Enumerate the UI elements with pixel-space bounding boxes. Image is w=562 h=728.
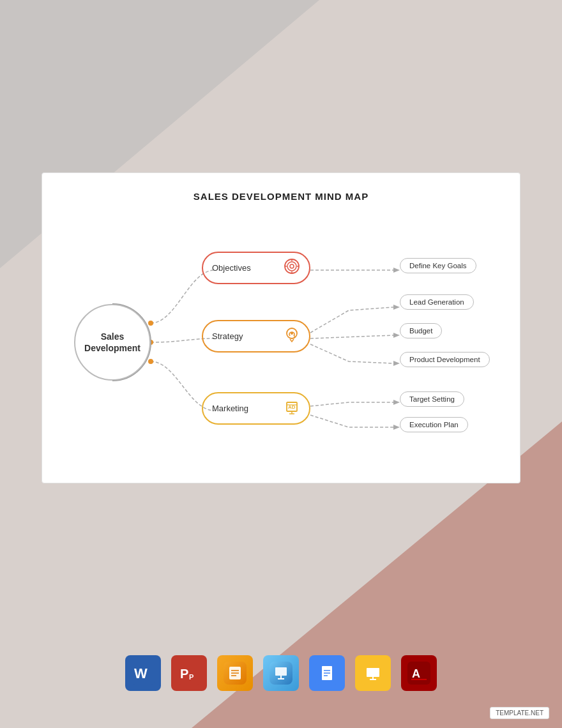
svg-marker-7	[393, 400, 400, 405]
svg-text:A: A	[412, 667, 420, 680]
svg-text:W: W	[134, 665, 148, 681]
leaf-lead-generation: Lead Generation	[400, 294, 474, 310]
svg-marker-8	[393, 425, 400, 430]
app-icons-row: W P P	[125, 655, 437, 691]
pages-icon[interactable]	[217, 655, 253, 691]
svg-text:P: P	[189, 673, 194, 681]
svg-point-17	[291, 332, 293, 335]
leaf-budget: Budget	[400, 323, 442, 338]
branch-marketing: Marketing AD	[202, 392, 310, 425]
svg-marker-5	[393, 333, 400, 338]
leaf-execution-plan: Execution Plan	[400, 417, 468, 432]
svg-marker-6	[393, 361, 400, 366]
branch-strategy: Strategy	[202, 320, 310, 353]
acrobat-icon[interactable]: A	[401, 655, 437, 691]
gslides-icon[interactable]	[355, 655, 391, 691]
leaf-define-key-goals: Define Key Goals	[400, 258, 476, 273]
svg-rect-48	[411, 679, 427, 680]
powerpoint-icon[interactable]: P P	[171, 655, 207, 691]
svg-point-0	[148, 321, 153, 326]
keynote-icon[interactable]	[263, 655, 299, 691]
center-node-text: Sales Development	[84, 331, 140, 354]
card-title: SALES DEVELOPMENT MIND MAP	[61, 191, 501, 202]
svg-point-11	[290, 264, 294, 268]
center-node: Sales Development	[74, 304, 151, 381]
objectives-icon	[284, 258, 300, 278]
template-badge: TEMPLATE.NET	[490, 707, 549, 719]
svg-text:P: P	[180, 667, 188, 681]
svg-marker-3	[393, 268, 400, 273]
mindmap-container: Sales Development Objectives Str	[61, 221, 501, 464]
leaf-product-development: Product Development	[400, 352, 490, 367]
gdocs-icon[interactable]	[309, 655, 345, 691]
word-icon[interactable]: W	[125, 655, 161, 691]
svg-marker-4	[393, 305, 400, 310]
leaf-target-setting: Target Setting	[400, 391, 464, 407]
svg-rect-34	[275, 667, 287, 676]
svg-point-10	[287, 262, 296, 271]
main-card: SALES DEVELOPMENT MIND MAP	[42, 172, 520, 483]
svg-rect-43	[367, 668, 379, 677]
strategy-icon	[284, 326, 300, 346]
branch-objectives: Objectives	[202, 252, 310, 284]
marketing-icon: AD	[284, 398, 300, 418]
svg-point-2	[148, 359, 153, 364]
